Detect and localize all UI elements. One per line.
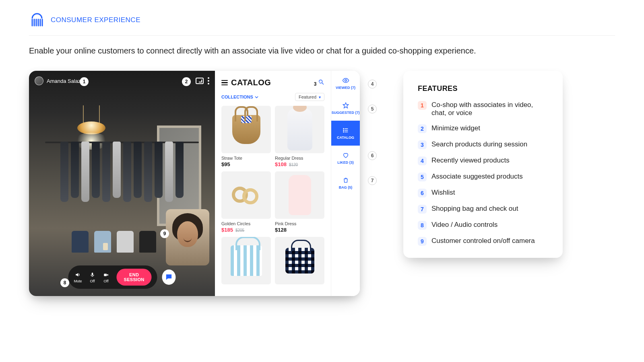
feature-item: 8Video / Audio controls xyxy=(418,221,548,230)
product-name: Straw Tote xyxy=(221,156,271,160)
product-price: $95 xyxy=(221,161,230,167)
product-old-price: $205 xyxy=(235,228,244,232)
product-card[interactable]: Straw Tote $95 xyxy=(221,106,271,167)
svg-marker-11 xyxy=(343,103,348,108)
chevron-down-icon xyxy=(255,95,258,99)
minimize-widget-icon[interactable] xyxy=(196,78,204,84)
features-list: 1Co-shop with associates in video, chat,… xyxy=(418,101,548,246)
svg-point-17 xyxy=(343,132,344,132)
product-old-price: $120 xyxy=(289,162,298,167)
callout-badge: 3 xyxy=(311,80,320,88)
open-chat-button[interactable] xyxy=(162,269,176,285)
product-name: Golden Circles xyxy=(221,221,271,226)
product-name: Pink Dress xyxy=(275,221,324,226)
sort-dropdown[interactable]: Featured ▾ xyxy=(295,93,324,101)
product-card[interactable]: Pink Dress $128 xyxy=(275,171,324,233)
catalog-pane: CATALOG COLLECTIONS Featured xyxy=(215,71,331,296)
tab-catalog[interactable]: CATALOG xyxy=(331,121,360,146)
camera-button[interactable]: Off xyxy=(103,272,109,283)
microphone-icon xyxy=(89,272,96,278)
video-call-pane: Amanda Salazar xyxy=(29,71,215,296)
shopping-bag-icon xyxy=(342,177,349,184)
camera-icon xyxy=(103,272,109,278)
catalog-title: CATALOG xyxy=(231,78,271,87)
eye-icon xyxy=(342,77,349,84)
feature-item: 4Recently viewed products xyxy=(418,156,548,165)
mic-button[interactable]: Off xyxy=(89,272,96,283)
associate-avatar xyxy=(35,76,43,85)
svg-point-15 xyxy=(343,128,344,129)
customer-self-view[interactable] xyxy=(166,209,209,265)
features-card: FEATURES 1Co-shop with associates in vid… xyxy=(403,71,563,258)
product-card[interactable]: Golden Circles $185 $205 xyxy=(221,171,271,233)
feature-item: 5Associate suggested products xyxy=(418,173,548,181)
svg-rect-6 xyxy=(92,272,93,275)
product-price: $128 xyxy=(275,227,287,233)
more-options-icon[interactable] xyxy=(208,77,209,84)
associate-identity: Amanda Salazar xyxy=(35,76,85,85)
list-icon xyxy=(342,127,349,134)
product-price: $185 xyxy=(221,227,233,233)
callout-badge: 8 xyxy=(60,278,69,287)
callout-badge: 6 xyxy=(368,151,377,160)
callout-badge: 7 xyxy=(368,176,377,185)
feature-item: 7Shopping bag and check out xyxy=(418,205,548,214)
tab-bag[interactable]: BAG (5) xyxy=(331,171,360,195)
svg-rect-7 xyxy=(104,274,107,276)
product-name: Regular Dress xyxy=(275,156,324,160)
feature-item: 6Wishlist xyxy=(418,189,548,197)
catalog-menu-icon[interactable] xyxy=(221,80,228,86)
end-session-button[interactable]: END SESSION xyxy=(117,269,152,286)
heart-icon xyxy=(342,152,349,159)
brand-logo-icon xyxy=(29,12,45,28)
callout-badge: 1 xyxy=(80,77,89,86)
product-price: $108 xyxy=(275,161,287,167)
mute-button[interactable]: Mute xyxy=(74,272,82,283)
callout-badge: 4 xyxy=(368,80,377,88)
product-mockup: Amanda Salazar xyxy=(29,71,379,296)
page-title: CONSUMER EXPERIENCE xyxy=(51,16,140,24)
video-control-bar: Mute Off xyxy=(68,265,175,289)
product-card[interactable] xyxy=(221,237,271,284)
product-card[interactable]: Regular Dress $108 $120 xyxy=(275,106,324,167)
svg-point-10 xyxy=(345,80,347,82)
page-header: CONSUMER EXPERIENCE xyxy=(29,12,615,36)
tab-viewed[interactable]: VIEWED (7) xyxy=(331,71,360,96)
svg-point-16 xyxy=(343,130,344,131)
feature-item: 2Minimize widget xyxy=(418,124,548,133)
speaker-icon xyxy=(74,272,81,278)
features-heading: FEATURES xyxy=(418,84,548,93)
page-description: Enable your online customers to connect … xyxy=(29,46,615,56)
collections-dropdown[interactable]: COLLECTIONS xyxy=(221,95,258,99)
tab-liked[interactable]: LIKED (3) xyxy=(331,146,360,171)
chevron-down-icon: ▾ xyxy=(319,95,321,99)
callout-badge: 5 xyxy=(368,105,377,113)
svg-point-8 xyxy=(319,80,322,83)
star-icon xyxy=(342,102,349,109)
callout-badge: 9 xyxy=(160,229,169,238)
feature-item: 9Customer controled on/off camera xyxy=(418,237,548,246)
product-card[interactable] xyxy=(275,237,324,284)
session-sidebar: VIEWED (7) SUGGESTED (7) CATALOG LIKED (… xyxy=(331,71,360,296)
feature-item: 1Co-shop with associates in video, chat,… xyxy=(418,101,548,117)
tab-suggested[interactable]: SUGGESTED (7) xyxy=(331,96,360,121)
callout-badge: 2 xyxy=(182,77,191,86)
svg-line-9 xyxy=(322,83,324,84)
feature-item: 3Search products during session xyxy=(418,140,548,149)
